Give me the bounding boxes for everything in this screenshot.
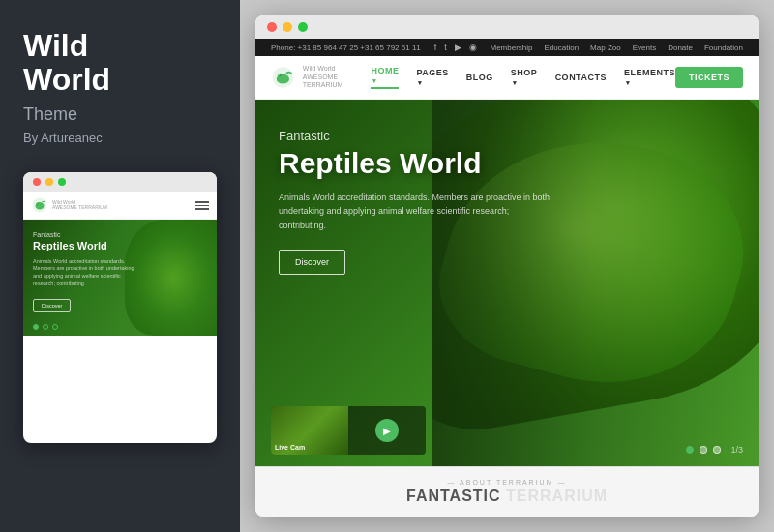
live-cam-label: Live Cam	[275, 444, 305, 451]
large-browser-preview: Phone: +31 85 964 47 25 +31 65 792 61 11…	[255, 15, 759, 517]
svg-point-2	[37, 203, 39, 205]
mini-chameleon-icon	[31, 196, 48, 214]
mini-dot-1	[33, 324, 39, 330]
mini-nav: Wild World AWESOME TERRARIUM	[23, 192, 217, 220]
mini-dot-yellow	[45, 178, 53, 186]
left-panel: Wild World Theme By Artureanec Wild Wo	[0, 0, 240, 532]
theme-title: Wild World	[23, 29, 217, 97]
hero-fantastic: Fantastic	[279, 129, 735, 143]
topbar-donate[interactable]: Donate	[668, 44, 693, 52]
large-browser-bar	[255, 15, 759, 39]
hero-dot-3[interactable]	[713, 446, 721, 454]
mini-dot-2	[43, 324, 48, 330]
hero-discover-button[interactable]: Discover	[279, 250, 345, 275]
twitter-icon[interactable]: t	[444, 43, 447, 52]
site-about-section: — ABOUT TERRARIUM — FANTASTIC TERRARIUM	[255, 466, 759, 517]
about-title-prefix: FANTASTIC	[406, 488, 501, 504]
hero-dot-2[interactable]	[700, 446, 707, 454]
topbar-foundation[interactable]: Foundation	[704, 44, 743, 52]
large-dot-red	[267, 22, 277, 32]
topbar-social: f t ▶ ◉	[434, 43, 477, 52]
right-panel: Phone: +31 85 964 47 25 +31 65 792 61 11…	[240, 0, 774, 532]
live-cam-widget[interactable]: Live Cam ▶	[271, 406, 426, 455]
large-dot-green	[298, 22, 308, 32]
about-title-suffix: TERRARIUM	[501, 488, 608, 504]
mini-browser-bar	[23, 172, 217, 192]
svg-point-7	[279, 74, 280, 74]
topbar-events[interactable]: Events	[633, 44, 656, 52]
nav-shop[interactable]: SHOP ▾	[511, 68, 538, 87]
mini-slide-indicators	[33, 324, 58, 330]
instagram-icon[interactable]: ◉	[469, 43, 477, 52]
site-topbar: Phone: +31 85 964 47 25 +31 65 792 61 11…	[255, 39, 759, 56]
mini-browser-preview: Wild World AWESOME TERRARIUM Fantastic R…	[23, 172, 217, 443]
mini-fantastic-text: Fantastic	[33, 231, 207, 238]
mini-dot-green	[58, 178, 66, 186]
nav-pages[interactable]: PAGES ▾	[416, 68, 448, 87]
topbar-phone: Phone: +31 85 964 47 25 +31 65 792 61 11	[271, 44, 421, 52]
topbar-membership[interactable]: Membership	[491, 44, 533, 52]
hero-text: Fantastic Reptiles World Animals World a…	[279, 129, 735, 275]
hero-dot-1[interactable]	[686, 446, 694, 454]
play-icon[interactable]: ▶	[375, 419, 399, 442]
mini-dot-3	[52, 324, 58, 330]
theme-author: By Artureanec	[23, 131, 217, 145]
facebook-icon[interactable]: f	[434, 43, 437, 52]
mini-discover-button[interactable]: Discover	[33, 299, 71, 312]
site-brand-text: Wild World AWESOME TERRARIUM	[303, 65, 372, 89]
chameleon-logo-icon	[271, 64, 295, 91]
live-cam-thumbnail: Live Cam	[271, 406, 348, 455]
topbar-mapzoo[interactable]: Map Zoo	[590, 44, 621, 52]
topbar-links: Membership Education Map Zoo Events Dona…	[491, 44, 743, 52]
large-dot-yellow	[283, 22, 292, 32]
mini-brand-text: Wild World AWESOME TERRARIUM	[52, 200, 107, 211]
mini-hamburger-icon[interactable]	[195, 201, 209, 210]
live-cam-play-area[interactable]: ▶	[348, 419, 426, 442]
mini-dot-red	[33, 178, 41, 186]
title-line1: Wild	[23, 28, 88, 63]
site-nav: Wild World AWESOME TERRARIUM HOME ▾ PAGE…	[255, 56, 759, 100]
about-title: FANTASTIC TERRARIUM	[279, 488, 735, 505]
topbar-education[interactable]: Education	[545, 44, 580, 52]
hero-description: Animals World accreditation standards. M…	[279, 191, 550, 232]
site-hero: Fantastic Reptiles World Animals World a…	[255, 100, 759, 466]
tickets-button[interactable]: TICKETS	[675, 67, 743, 88]
hero-slide-indicators: 1/3	[686, 445, 743, 455]
nav-contacts[interactable]: CONTACTS	[555, 73, 607, 82]
mini-logo: Wild World AWESOME TERRARIUM	[31, 196, 107, 214]
about-label: — ABOUT TERRARIUM —	[279, 479, 735, 486]
nav-links: HOME ▾ PAGES ▾ BLOG SHOP ▾ CONTACTS ELEM…	[371, 66, 675, 89]
theme-subtitle: Theme	[23, 104, 217, 125]
title-line2: World	[23, 62, 110, 97]
live-cam-area: Live Cam ▶ 1/3	[255, 406, 759, 466]
site-logo: Wild World AWESOME TERRARIUM	[271, 64, 371, 91]
nav-blog[interactable]: BLOG	[466, 73, 493, 82]
mini-hero-section: Fantastic Reptiles World Animals World a…	[23, 220, 217, 336]
hero-title: Reptiles World	[279, 147, 735, 179]
nav-home[interactable]: HOME ▾	[371, 66, 399, 89]
svg-point-3	[37, 203, 38, 204]
mini-reptiles-text: Reptiles World	[33, 240, 207, 252]
mini-desc-text: Animals World accreditation standards. M…	[33, 258, 139, 288]
hero-counter: 1/3	[730, 445, 743, 455]
nav-elements[interactable]: ELEMENTS ▾	[624, 68, 675, 87]
youtube-icon[interactable]: ▶	[455, 43, 461, 52]
